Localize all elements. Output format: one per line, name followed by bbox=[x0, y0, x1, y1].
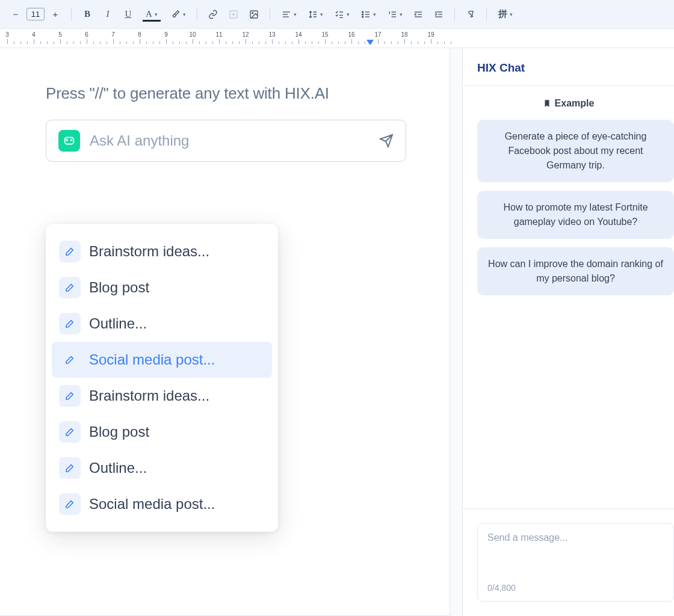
ruler-number: 11 bbox=[215, 31, 222, 38]
indent-decrease-button[interactable] bbox=[409, 5, 428, 24]
suggestion-item[interactable]: Brainstorm ideas... bbox=[52, 233, 272, 270]
align-left-icon bbox=[282, 10, 291, 19]
separator bbox=[454, 8, 455, 21]
suggestion-label: Outline... bbox=[89, 460, 147, 476]
svg-point-22 bbox=[66, 139, 69, 141]
chat-header: HIX Chat bbox=[463, 48, 674, 86]
example-heading: Example bbox=[477, 98, 674, 109]
pencil-icon bbox=[59, 493, 81, 515]
line-spacing-button[interactable]: ▾ bbox=[303, 5, 328, 24]
chat-panel: HIX Chat Example Generate a piece of eye… bbox=[462, 48, 674, 616]
ai-prompt-input[interactable] bbox=[90, 132, 369, 149]
ruler-number: 12 bbox=[242, 31, 249, 38]
example-prompt-card[interactable]: How can I improve the domain ranking of … bbox=[477, 247, 674, 295]
checklist-button[interactable]: ▾ bbox=[329, 5, 354, 24]
suggestion-item[interactable]: Social media post... bbox=[52, 486, 272, 522]
pinyin-button[interactable]: 拼▾ bbox=[493, 5, 518, 24]
ruler-number: 10 bbox=[189, 31, 196, 38]
ai-suggestions-dropdown: Brainstorm ideas...Blog postOutline...So… bbox=[46, 224, 278, 532]
ruler: 345678910111213141516171819 bbox=[0, 29, 674, 48]
align-button[interactable]: ▾ bbox=[276, 5, 301, 24]
document-area: Press "//" to generate any text with HIX… bbox=[0, 48, 462, 616]
ruler-number: 16 bbox=[348, 31, 354, 38]
suggestion-label: Brainstorm ideas... bbox=[89, 387, 209, 404]
ruler-number: 8 bbox=[138, 31, 141, 38]
font-increase-button[interactable]: + bbox=[46, 5, 65, 24]
indent-decrease-icon bbox=[413, 10, 423, 19]
suggestion-label: Brainstorm ideas... bbox=[89, 243, 209, 260]
svg-point-6 bbox=[362, 11, 363, 13]
image-icon bbox=[249, 10, 259, 19]
ruler-number: 17 bbox=[374, 31, 381, 38]
ai-input-container bbox=[46, 120, 406, 162]
ruler-tab-marker[interactable] bbox=[366, 40, 374, 46]
ruler-number: 3 bbox=[5, 31, 9, 38]
image-plus-icon bbox=[229, 10, 238, 19]
font-decrease-button[interactable]: − bbox=[6, 5, 25, 24]
link-button[interactable] bbox=[203, 5, 223, 24]
ruler-number: 18 bbox=[401, 31, 407, 38]
chat-message-input[interactable] bbox=[487, 532, 664, 565]
ruler-number: 4 bbox=[32, 31, 36, 38]
document-page[interactable]: Press "//" to generate any text with HIX… bbox=[0, 48, 450, 616]
ruler-number: 5 bbox=[58, 31, 62, 38]
clear-formatting-button[interactable] bbox=[461, 5, 480, 24]
indent-increase-button[interactable] bbox=[429, 5, 448, 24]
highlight-button[interactable]: ▾ bbox=[165, 5, 191, 24]
separator bbox=[71, 8, 72, 21]
bullet-list-icon bbox=[361, 10, 371, 19]
bullet-list-button[interactable]: ▾ bbox=[356, 5, 381, 24]
chat-textarea-container: 0/4,800 bbox=[477, 523, 674, 602]
ruler-number: 6 bbox=[85, 31, 88, 38]
svg-marker-21 bbox=[366, 40, 374, 45]
numbered-list-button[interactable]: ▾ bbox=[382, 5, 407, 24]
svg-point-8 bbox=[362, 16, 363, 17]
checklist-icon bbox=[335, 10, 344, 19]
example-prompt-card[interactable]: How to promote my latest Fortnite gamepl… bbox=[477, 191, 674, 239]
paper-plane-icon bbox=[379, 134, 394, 148]
chat-title: HIX Chat bbox=[477, 61, 660, 75]
svg-point-2 bbox=[252, 12, 253, 13]
link-icon bbox=[208, 10, 218, 19]
suggestion-label: Social media post... bbox=[89, 351, 215, 368]
ruler-number: 14 bbox=[295, 31, 301, 38]
workspace: Press "//" to generate any text with HIX… bbox=[0, 48, 674, 616]
separator bbox=[486, 8, 487, 21]
suggestion-item[interactable]: Social media post... bbox=[52, 342, 272, 378]
pencil-icon bbox=[59, 421, 81, 443]
italic-button[interactable]: I bbox=[98, 5, 117, 24]
suggestion-item[interactable]: Outline... bbox=[52, 306, 272, 342]
highlighter-icon bbox=[171, 10, 181, 19]
send-button[interactable] bbox=[379, 134, 394, 148]
pencil-icon bbox=[59, 349, 81, 371]
indent-increase-icon bbox=[434, 10, 444, 19]
chat-body: Example Generate a piece of eye-catching… bbox=[463, 86, 674, 508]
suggestion-item[interactable]: Blog post bbox=[52, 414, 272, 450]
image-button[interactable] bbox=[244, 5, 264, 24]
editor-hint: Press "//" to generate any text with HIX… bbox=[46, 84, 406, 103]
separator bbox=[197, 8, 197, 21]
ruler-number: 9 bbox=[164, 31, 168, 38]
numbered-list-icon bbox=[388, 10, 397, 19]
suggestion-item[interactable]: Brainstorm ideas... bbox=[52, 378, 272, 414]
line-spacing-icon bbox=[308, 10, 318, 19]
suggestion-label: Blog post bbox=[89, 424, 149, 440]
text-color-button[interactable]: A▾ bbox=[139, 5, 164, 24]
suggestion-label: Outline... bbox=[89, 315, 147, 332]
image-insert-button[interactable] bbox=[224, 5, 243, 24]
font-size-input[interactable]: 11 bbox=[26, 8, 45, 20]
suggestion-label: Blog post bbox=[89, 279, 149, 296]
underline-button[interactable]: U bbox=[119, 5, 138, 24]
example-prompt-card[interactable]: Generate a piece of eye-catching Faceboo… bbox=[477, 120, 674, 182]
pencil-icon bbox=[59, 457, 81, 479]
separator bbox=[270, 8, 270, 21]
suggestion-item[interactable]: Outline... bbox=[52, 450, 272, 486]
svg-point-23 bbox=[70, 139, 73, 141]
bold-button[interactable]: B bbox=[78, 5, 97, 24]
pencil-icon bbox=[59, 241, 81, 262]
pencil-icon bbox=[59, 277, 81, 298]
ruler-number: 15 bbox=[321, 31, 328, 38]
chat-input-area: 0/4,800 bbox=[463, 508, 674, 616]
bookmark-icon bbox=[543, 99, 551, 108]
suggestion-item[interactable]: Blog post bbox=[52, 270, 272, 306]
